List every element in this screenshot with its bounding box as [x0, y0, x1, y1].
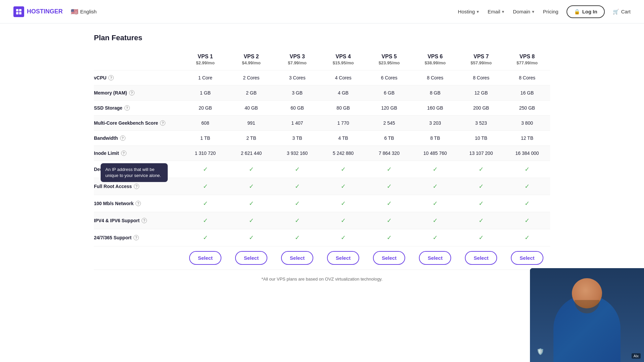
language-selector[interactable]: 🇺🇸 English [71, 8, 97, 15]
flag-icon: 🇺🇸 [71, 8, 78, 15]
table-cell: ✓ [412, 161, 458, 178]
nav-pricing[interactable]: Pricing [543, 9, 558, 14]
feature-label-cell: Bandwidth ? [94, 131, 182, 146]
info-icon[interactable]: ? [108, 75, 114, 80]
feature-label-cell: 24/7/365 Support ? [94, 229, 182, 246]
table-cell: 3 Cores [274, 70, 320, 85]
feature-label: Full Root Access ? [94, 184, 179, 189]
table-cell: 2 545 [366, 116, 412, 131]
login-button[interactable]: 🔒 Log In [567, 5, 605, 18]
info-icon[interactable]: ? [129, 90, 135, 96]
cart-button[interactable]: 🛒 Cart [613, 9, 631, 15]
vps4-select-cell: Select [320, 246, 366, 270]
cart-icon: 🛒 [613, 9, 619, 15]
vps8-header: VPS 8 $77.99/mo [504, 49, 550, 70]
table-cell: ✓ [366, 212, 412, 229]
chevron-down-icon: ▼ [476, 10, 480, 14]
info-icon[interactable]: ? [142, 218, 147, 223]
table-cell: ✓ [458, 229, 504, 246]
table-row: Full Root Access ?✓✓✓✓✓✓✓✓ [94, 178, 550, 195]
table-row: SSD Storage ?20 GB40 GB60 GB80 GB120 GB1… [94, 101, 550, 116]
table-cell: 2 GB [228, 85, 274, 101]
check-icon: ✓ [295, 166, 300, 173]
table-cell: 4 GB [320, 85, 366, 101]
nav-domain[interactable]: Domain ▼ [513, 9, 535, 14]
info-icon[interactable]: ? [160, 120, 165, 126]
info-icon[interactable]: ? [121, 150, 126, 156]
table-cell: ✓ [274, 229, 320, 246]
info-icon[interactable]: ? [134, 184, 139, 189]
table-cell: ✓ [504, 161, 550, 178]
vps1-select-button[interactable]: Select [189, 251, 221, 265]
svg-rect-3 [19, 12, 21, 14]
table-cell: ✓ [458, 195, 504, 212]
vps8-select-button[interactable]: Select [511, 251, 543, 265]
table-cell: 60 GB [274, 101, 320, 116]
table-cell: ✓ [320, 161, 366, 178]
table-cell: 3 932 160 [274, 146, 320, 161]
table-row: Memory (RAM) ?1 GB2 GB3 GB4 GB6 GB8 GB12… [94, 85, 550, 101]
feature-label: Dedicated IP ? [94, 167, 129, 172]
table-cell: ✓ [274, 178, 320, 195]
table-cell: ✓ [182, 195, 228, 212]
table-cell: 3 GB [274, 85, 320, 101]
table-cell: 2 Cores [228, 70, 274, 85]
table-cell: ✓ [366, 195, 412, 212]
table-cell: 6 TB [366, 131, 412, 146]
table-cell: ✓ [504, 229, 550, 246]
info-icon[interactable]: ? [136, 201, 141, 206]
info-icon[interactable]: ? [124, 167, 129, 172]
info-icon[interactable]: ? [120, 135, 125, 141]
check-icon: ✓ [249, 234, 254, 241]
info-icon[interactable]: ? [133, 235, 139, 240]
feature-label-cell: Memory (RAM) ? [94, 85, 182, 101]
language-label: English [80, 9, 97, 14]
check-icon: ✓ [203, 200, 208, 207]
table-row: vCPU ?1 Core2 Cores3 Cores4 Cores6 Cores… [94, 70, 550, 85]
nav-domain-label: Domain [513, 9, 530, 14]
table-cell: 8 GB [412, 85, 458, 101]
feature-label: IPV4 & IPV6 Support ? [94, 218, 179, 223]
table-cell: ✓ [412, 212, 458, 229]
login-label: Log In [582, 9, 597, 14]
main-content: Plan Features VPS 1 $2.99/mo VPS 2 $4.99… [80, 23, 564, 302]
vps6-select-button[interactable]: Select [419, 251, 451, 265]
check-icon: ✓ [433, 183, 438, 190]
vps2-select-button[interactable]: Select [235, 251, 267, 265]
chevron-down-icon: ▼ [501, 10, 505, 14]
check-icon: ✓ [249, 166, 254, 173]
vps3-select-button[interactable]: Select [281, 251, 313, 265]
table-cell: ✓ [182, 212, 228, 229]
check-icon: ✓ [249, 217, 254, 224]
vps4-select-button[interactable]: Select [327, 251, 359, 265]
table-cell: 6 GB [366, 85, 412, 101]
vps3-select-cell: Select [274, 246, 320, 270]
table-row: Inode Limit ?1 310 7202 621 4403 932 160… [94, 146, 550, 161]
table-cell: 12 TB [504, 131, 550, 146]
feature-label: Bandwidth ? [94, 135, 179, 141]
vps7-select-button[interactable]: Select [465, 251, 497, 265]
check-icon: ✓ [525, 166, 530, 173]
table-cell: 1 GB [182, 85, 228, 101]
table-row: Multi-Core Geekbench Score ?6089911 4071… [94, 116, 550, 131]
nav-hosting-label: Hosting [458, 9, 475, 14]
table-cell: ✓ [228, 161, 274, 178]
check-icon: ✓ [433, 234, 438, 241]
table-cell: 3 203 [412, 116, 458, 131]
logo[interactable]: HOSTINGER [13, 6, 63, 17]
chevron-down-icon: ▼ [531, 10, 535, 14]
table-cell: ✓ [504, 212, 550, 229]
vps5-select-button[interactable]: Select [373, 251, 405, 265]
info-icon[interactable]: ? [124, 105, 130, 111]
nav-email[interactable]: Email ▼ [488, 9, 505, 14]
table-cell: 8 Cores [412, 70, 458, 85]
footer-note: *All our VPS plans are based on OVZ virt… [94, 277, 550, 282]
vps7-header: VPS 7 $57.99/mo [458, 49, 504, 70]
nav-hosting[interactable]: Hosting ▼ [458, 9, 480, 14]
feature-label: Memory (RAM) ? [94, 90, 179, 96]
check-icon: ✓ [295, 183, 300, 190]
table-cell: 6 Cores [366, 70, 412, 85]
check-icon: ✓ [249, 183, 254, 190]
check-icon: ✓ [387, 166, 392, 173]
check-icon: ✓ [433, 200, 438, 207]
